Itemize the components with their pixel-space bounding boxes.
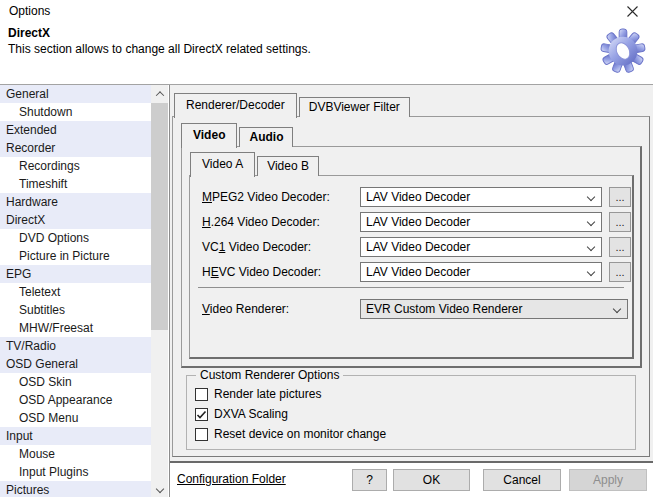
vc1-decoder-label: VC1 Video Decoder:	[202, 237, 311, 257]
tab-audio[interactable]: Audio	[239, 127, 293, 147]
hevc-decoder-more-button[interactable]: ...	[609, 262, 631, 282]
mpeg2-decoder-more-button[interactable]: ...	[609, 187, 631, 207]
h264-decoder-label: H.264 Video Decoder:	[202, 212, 320, 232]
chevron-down-icon	[587, 268, 595, 276]
configuration-folder-link[interactable]: Configuration Folder	[177, 472, 286, 486]
main-region: General Shutdown Extended Recorder Recor…	[0, 84, 653, 497]
sidebar-item-extended[interactable]: Extended	[0, 121, 151, 139]
checkbox-icon[interactable]	[195, 428, 208, 441]
tab-label: Video	[193, 128, 225, 142]
vc1-decoder-select[interactable]: LAV Video Decoder	[360, 237, 602, 257]
scrollbar-thumb[interactable]	[151, 103, 168, 330]
hevc-decoder-select[interactable]: LAV Video Decoder	[360, 262, 602, 282]
sidebar-item-general[interactable]: General	[0, 85, 151, 103]
video-a-pane: MPEG2 Video Decoder: LAV Video Decoder .…	[189, 175, 634, 359]
video-renderer-label: Video Renderer:	[202, 299, 289, 319]
sidebar-item-hardware[interactable]: Hardware	[0, 193, 151, 211]
chevron-down-icon	[587, 243, 595, 251]
h264-decoder-more-button[interactable]: ...	[609, 212, 631, 232]
video-renderer-select[interactable]: EVR Custom Video Renderer	[360, 299, 628, 319]
footer: Configuration Folder ? OK Cancel Apply	[170, 463, 653, 497]
checkbox-label: Reset device on monitor change	[214, 427, 386, 441]
sidebar-item-dvd-options[interactable]: DVD Options	[0, 229, 151, 247]
sidebar-item-epg[interactable]: EPG	[0, 265, 151, 283]
sidebar-item-directx[interactable]: DirectX	[0, 211, 151, 229]
video-pane: Video A Video B MPEG2 Video Decoder: LAV…	[181, 146, 642, 368]
tab-label: Video B	[267, 159, 309, 173]
sidebar-item-pictures[interactable]: Pictures	[0, 481, 151, 497]
tab-video[interactable]: Video	[181, 123, 237, 148]
sidebar-item-mhw-freesat[interactable]: MHW/Freesat	[0, 319, 151, 337]
group-title: Custom Renderer Options	[196, 368, 343, 382]
apply-button: Apply	[569, 469, 647, 491]
sidebar-item-input[interactable]: Input	[0, 427, 151, 445]
combo-value: LAV Video Decoder	[366, 190, 470, 204]
section-header: DirectX This section allows to change al…	[0, 22, 653, 84]
section-description: This section allows to change all Direct…	[8, 42, 311, 56]
tab-video-a[interactable]: Video A	[190, 152, 255, 177]
custom-renderer-options-group: Custom Renderer Options Render late pict…	[186, 375, 636, 450]
sidebar-item-mouse[interactable]: Mouse	[0, 445, 151, 463]
scroll-down-icon[interactable]	[151, 480, 168, 497]
tab-video-b[interactable]: Video B	[257, 156, 319, 176]
content-area: Renderer/Decoder DVBViewer Filter Video …	[170, 85, 653, 497]
sidebar-item-timeshift[interactable]: Timeshift	[0, 175, 151, 193]
tab-dvbviewer-filter[interactable]: DVBViewer Filter	[299, 97, 410, 117]
sidebar-item-recordings[interactable]: Recordings	[0, 157, 151, 175]
tab-strip-video-ab: Video A Video B	[190, 151, 321, 176]
scroll-up-icon[interactable]	[151, 85, 168, 102]
checkbox-dxva-scaling[interactable]: DXVA Scaling	[195, 406, 288, 422]
sidebar-item-teletext[interactable]: Teletext	[0, 283, 151, 301]
ok-button[interactable]: OK	[393, 469, 470, 491]
checkbox-icon[interactable]	[195, 408, 208, 421]
tab-label: Renderer/Decoder	[186, 98, 285, 112]
sidebar-scrollbar[interactable]	[151, 85, 168, 497]
checkbox-reset-device-on-monitor-change[interactable]: Reset device on monitor change	[195, 426, 386, 442]
sidebar-item-shutdown[interactable]: Shutdown	[0, 103, 151, 121]
sidebar-list: General Shutdown Extended Recorder Recor…	[0, 85, 151, 497]
mpeg2-decoder-select[interactable]: LAV Video Decoder	[360, 187, 602, 207]
chevron-down-icon	[613, 305, 621, 313]
chevron-down-icon	[587, 218, 595, 226]
combo-value: LAV Video Decoder	[366, 240, 470, 254]
tab-label: Video A	[202, 157, 243, 171]
sidebar-item-osd-general[interactable]: OSD General	[0, 355, 151, 373]
sidebar-item-osd-skin[interactable]: OSD Skin	[0, 373, 151, 391]
tab-strip-av: Video Audio	[181, 122, 295, 147]
sidebar-item-osd-menu[interactable]: OSD Menu	[0, 409, 151, 427]
chevron-down-icon	[587, 193, 595, 201]
close-icon[interactable]	[626, 5, 639, 18]
tab-strip-main: Renderer/Decoder DVBViewer Filter	[174, 92, 412, 117]
tab-renderer-decoder[interactable]: Renderer/Decoder	[174, 93, 297, 118]
sidebar-item-tv-radio[interactable]: TV/Radio	[0, 337, 151, 355]
tab-label: Audio	[249, 130, 283, 144]
checkbox-render-late-pictures[interactable]: Render late pictures	[195, 386, 321, 402]
combo-value: EVR Custom Video Renderer	[366, 302, 523, 316]
vc1-decoder-more-button[interactable]: ...	[609, 237, 631, 257]
sidebar-item-input-plugins[interactable]: Input Plugins	[0, 463, 151, 481]
renderer-decoder-pane: Video Audio Video A Video B MPEG2 Video …	[172, 116, 650, 457]
window-title: Options	[9, 4, 50, 18]
sidebar-item-recorder[interactable]: Recorder	[0, 139, 151, 157]
sidebar-item-picture-in-picture[interactable]: Picture in Picture	[0, 247, 151, 265]
titlebar: Options	[0, 0, 653, 22]
checkbox-label: DXVA Scaling	[214, 407, 288, 421]
combo-value: LAV Video Decoder	[366, 265, 470, 279]
sidebar: General Shutdown Extended Recorder Recor…	[0, 85, 170, 497]
tab-label: DVBViewer Filter	[309, 100, 400, 114]
help-button[interactable]: ?	[352, 469, 387, 491]
hevc-decoder-label: HEVC Video Decoder:	[202, 262, 321, 282]
combo-value: LAV Video Decoder	[366, 215, 470, 229]
section-title: DirectX	[8, 26, 50, 40]
h264-decoder-select[interactable]: LAV Video Decoder	[360, 212, 602, 232]
divider	[198, 287, 624, 288]
sidebar-item-subtitles[interactable]: Subtitles	[0, 301, 151, 319]
gear-icon	[600, 27, 646, 75]
mpeg2-decoder-label: MPEG2 Video Decoder:	[202, 187, 330, 207]
checkbox-icon[interactable]	[195, 388, 208, 401]
checkbox-label: Render late pictures	[214, 387, 321, 401]
cancel-button[interactable]: Cancel	[483, 469, 561, 491]
sidebar-item-osd-appearance[interactable]: OSD Appearance	[0, 391, 151, 409]
